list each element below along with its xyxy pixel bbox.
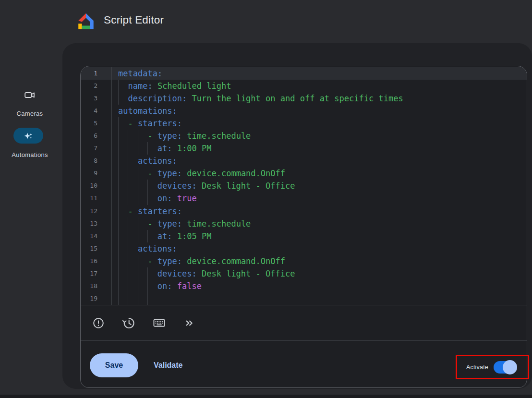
line-number: 15 bbox=[81, 242, 112, 255]
code-line[interactable]: 9- type: device.command.OnOff bbox=[81, 167, 527, 180]
camera-icon bbox=[24, 89, 36, 101]
content-card: 1metadata:2name: Scheduled light3descrip… bbox=[62, 43, 532, 389]
code-line[interactable]: 8actions: bbox=[81, 155, 527, 167]
code-line[interactable]: 15actions: bbox=[81, 242, 527, 255]
keyboard-icon bbox=[153, 316, 166, 329]
sidebar: Cameras Automations bbox=[0, 43, 60, 389]
code-line-text: automations: bbox=[112, 105, 177, 117]
line-number: 13 bbox=[81, 217, 112, 230]
line-number: 9 bbox=[81, 167, 112, 180]
code-line-text: at: 1:05 PM bbox=[112, 230, 211, 242]
sparkle-icon bbox=[23, 130, 34, 142]
code-line-text: actions: bbox=[112, 242, 177, 255]
code-line-text: - type: device.command.OnOff bbox=[112, 255, 285, 267]
code-line[interactable]: 16- type: device.command.OnOff bbox=[81, 255, 527, 267]
line-number: 12 bbox=[81, 205, 112, 217]
sidebar-item-automations-label[interactable]: Automations bbox=[0, 151, 60, 158]
code-line-text: - type: time.schedule bbox=[112, 130, 251, 142]
line-number: 7 bbox=[81, 142, 112, 155]
line-number: 16 bbox=[81, 255, 112, 267]
line-number: 6 bbox=[81, 130, 112, 142]
code-line-text: description: Turn the light on and off a… bbox=[112, 92, 403, 105]
line-number: 4 bbox=[81, 105, 112, 117]
code-line[interactable]: 12- starters: bbox=[81, 205, 527, 217]
page-title: Script Editor bbox=[104, 14, 164, 26]
window-bottom-edge bbox=[0, 395, 532, 398]
validate-button[interactable]: Validate bbox=[154, 361, 182, 370]
code-line-text: - starters: bbox=[112, 117, 182, 130]
line-number: 14 bbox=[81, 230, 112, 242]
line-number: 11 bbox=[81, 192, 112, 205]
script-editor-panel: 1metadata:2name: Scheduled light3descrip… bbox=[80, 66, 527, 388]
expand-more-icon bbox=[183, 317, 195, 329]
keyboard-button[interactable] bbox=[149, 314, 169, 333]
line-number: 19 bbox=[81, 292, 112, 305]
save-button[interactable]: Save bbox=[90, 353, 138, 377]
line-number: 2 bbox=[81, 80, 112, 92]
code-line[interactable]: 13- type: time.schedule bbox=[81, 217, 527, 230]
code-line-text: on: true bbox=[112, 192, 197, 205]
sidebar-item-automations[interactable] bbox=[13, 128, 43, 144]
code-line[interactable]: 18on: false bbox=[81, 280, 527, 292]
activate-toggle[interactable] bbox=[494, 361, 516, 374]
history-button[interactable] bbox=[119, 314, 138, 333]
code-editor[interactable]: 1metadata:2name: Scheduled light3descrip… bbox=[81, 66, 527, 305]
code-line[interactable]: 14at: 1:05 PM bbox=[81, 230, 527, 242]
code-line-text: on: false bbox=[112, 280, 202, 292]
code-line[interactable]: 7at: 1:00 PM bbox=[81, 142, 527, 155]
code-line-text: - type: device.command.OnOff bbox=[112, 167, 285, 180]
code-line[interactable]: 6- type: time.schedule bbox=[81, 130, 527, 142]
code-line[interactable]: 19 bbox=[81, 292, 527, 305]
editor-toolbar bbox=[81, 305, 527, 340]
code-line-text: metadata: bbox=[112, 67, 162, 80]
code-line-text: devices: Desk light - Office bbox=[112, 180, 295, 192]
line-number: 17 bbox=[81, 267, 112, 280]
problems-icon bbox=[92, 317, 105, 329]
activate-toggle-thumb bbox=[503, 360, 517, 374]
code-line-text: at: 1:00 PM bbox=[112, 142, 211, 155]
line-number: 8 bbox=[81, 155, 112, 167]
code-line[interactable]: 5- starters: bbox=[81, 117, 527, 130]
google-home-logo-icon bbox=[77, 11, 95, 31]
code-line[interactable]: 1metadata: bbox=[81, 67, 527, 80]
expand-more-button[interactable] bbox=[180, 314, 199, 333]
code-line-text: - type: time.schedule bbox=[112, 217, 251, 230]
code-line-text: name: Scheduled light bbox=[112, 80, 231, 92]
app-header: Script Editor bbox=[0, 0, 532, 43]
line-number: 5 bbox=[81, 117, 112, 130]
problems-button[interactable] bbox=[89, 314, 108, 333]
code-line[interactable]: 11on: true bbox=[81, 192, 527, 205]
activate-group: Activate bbox=[457, 356, 528, 378]
code-line-text: devices: Desk light - Office bbox=[112, 267, 295, 280]
line-number: 18 bbox=[81, 280, 112, 292]
line-number: 3 bbox=[81, 92, 112, 105]
activate-label: Activate bbox=[466, 364, 488, 371]
sidebar-item-cameras[interactable] bbox=[0, 89, 60, 101]
code-line-text: actions: bbox=[112, 155, 177, 167]
code-line[interactable]: 17devices: Desk light - Office bbox=[81, 267, 527, 280]
code-line-text: - starters: bbox=[112, 205, 182, 217]
sidebar-item-cameras-label[interactable]: Cameras bbox=[0, 110, 60, 117]
history-icon bbox=[122, 316, 135, 330]
line-number: 1 bbox=[81, 67, 112, 80]
line-number: 10 bbox=[81, 180, 112, 192]
code-line-text bbox=[112, 292, 157, 305]
code-line[interactable]: 2name: Scheduled light bbox=[81, 80, 527, 92]
code-line[interactable]: 4automations: bbox=[81, 105, 527, 117]
code-line[interactable]: 3description: Turn the light on and off … bbox=[81, 92, 527, 105]
code-line[interactable]: 10devices: Desk light - Office bbox=[81, 180, 527, 192]
